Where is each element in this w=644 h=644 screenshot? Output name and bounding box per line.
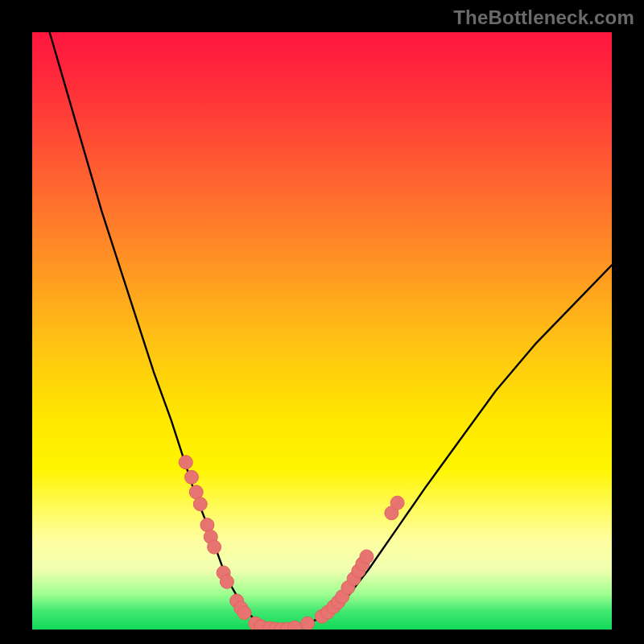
marker-dot (301, 617, 315, 630)
marker-dot (360, 550, 374, 564)
chart-svg (32, 32, 612, 630)
source-caption: TheBottleneck.com (453, 6, 634, 29)
plot-area (32, 32, 612, 630)
highlight-dots (179, 456, 404, 630)
marker-dot (179, 456, 192, 469)
marker-dot (237, 606, 251, 620)
marker-dot (208, 540, 221, 554)
marker-dot (390, 496, 404, 510)
marker-dot (220, 575, 233, 588)
marker-dot (288, 621, 302, 630)
bottleneck-curve (32, 32, 612, 630)
marker-dot (185, 470, 199, 484)
chart-frame: TheBottleneck.com (0, 0, 644, 644)
marker-dot (200, 518, 214, 532)
marker-dot (193, 497, 207, 511)
